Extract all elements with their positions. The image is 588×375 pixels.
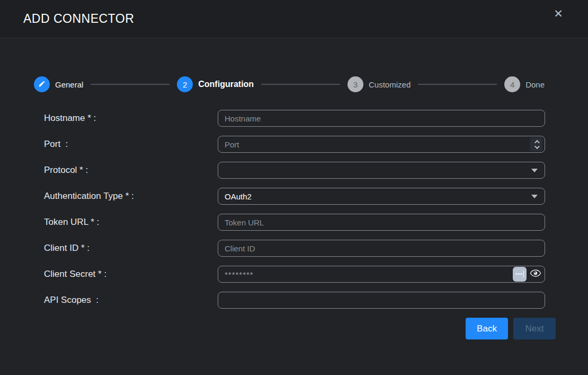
api-scopes-input[interactable]	[218, 292, 545, 309]
form-row-client-secret: Client Secret * : •••	[44, 266, 588, 283]
step-done-circle: 4	[504, 76, 520, 92]
password-cursor-tool-icon[interactable]: •••	[513, 267, 527, 282]
form-row-hostname: Hostname * :	[44, 110, 588, 127]
hostname-input[interactable]	[218, 110, 545, 127]
client-id-input[interactable]	[218, 240, 545, 257]
form-row-protocol: Protocol * :	[44, 162, 588, 179]
chevron-down-icon[interactable]	[534, 144, 539, 149]
close-icon[interactable]: ✕	[551, 6, 566, 21]
form-row-auth-type: Authentication Type * : OAuth2	[44, 188, 588, 205]
step-done[interactable]: 4 Done	[504, 76, 545, 92]
dialog-title: ADD CONNECTOR	[23, 12, 134, 26]
step-configuration-circle: 2	[177, 76, 193, 92]
chevron-down-icon	[531, 169, 538, 172]
token-url-input[interactable]	[218, 214, 545, 231]
configuration-form: Hostname * : Port : Protocol * : Authent…	[0, 110, 588, 309]
client-id-label: Client ID * :	[44, 243, 218, 254]
auth-type-select-value: OAuth2	[225, 192, 252, 201]
token-url-label: Token URL * :	[44, 217, 218, 228]
port-label: Port :	[44, 139, 218, 150]
protocol-label: Protocol * :	[44, 165, 218, 176]
step-connector	[261, 84, 340, 85]
port-stepper[interactable]	[530, 137, 542, 151]
dialog-header: ADD CONNECTOR ✕	[0, 0, 588, 38]
step-done-label: Done	[525, 80, 545, 89]
form-row-port: Port :	[44, 136, 588, 153]
step-connector	[91, 84, 170, 85]
chevron-down-icon	[531, 195, 538, 198]
step-customized[interactable]: 3 Customized	[348, 76, 411, 92]
eye-icon[interactable]	[530, 267, 541, 281]
step-connector	[418, 84, 497, 85]
api-scopes-label: API Scopes :	[44, 295, 218, 306]
form-row-token-url: Token URL * :	[44, 214, 588, 231]
auth-type-select[interactable]: OAuth2	[218, 188, 545, 205]
step-customized-label: Customized	[369, 80, 411, 89]
port-input[interactable]	[218, 136, 545, 153]
step-configuration-label: Configuration	[198, 80, 254, 89]
step-configuration[interactable]: 2 Configuration	[177, 76, 254, 92]
wizard-stepper: General 2 Configuration 3 Customized 4 D…	[0, 76, 588, 92]
client-secret-input[interactable]	[218, 266, 545, 283]
step-customized-circle: 3	[348, 76, 363, 92]
dialog-actions: Back Next	[0, 318, 588, 339]
client-secret-label: Client Secret * :	[44, 269, 218, 280]
pencil-icon	[38, 80, 46, 89]
step-general-label: General	[55, 80, 83, 89]
hostname-label: Hostname * :	[44, 113, 218, 124]
step-general[interactable]: General	[34, 76, 83, 92]
back-button[interactable]: Back	[466, 318, 508, 339]
auth-type-label: Authentication Type * :	[44, 191, 218, 202]
protocol-select[interactable]	[218, 162, 545, 179]
next-button[interactable]: Next	[513, 318, 556, 339]
step-general-circle	[34, 76, 50, 92]
form-row-client-id: Client ID * :	[44, 240, 588, 257]
form-row-api-scopes: API Scopes :	[44, 292, 588, 309]
